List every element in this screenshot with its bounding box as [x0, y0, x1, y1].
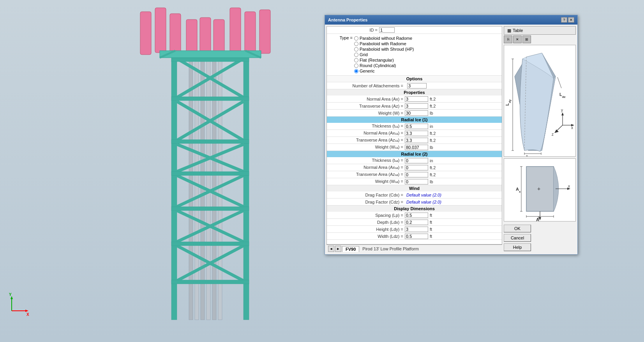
svg-rect-4: [245, 12, 256, 55]
id-input[interactable]: [379, 27, 395, 33]
svg-rect-2: [170, 14, 181, 56]
height-input[interactable]: [405, 227, 428, 232]
properties-header: Properties: [327, 89, 502, 96]
svg-text:Ldy: Ldy: [505, 99, 512, 106]
transverse-area-input[interactable]: [405, 103, 428, 109]
transverse-area-2-input[interactable]: [405, 172, 428, 177]
thickness-1-label: Thickness (t₁₁) =: [327, 123, 405, 129]
radial-ice-2-header: Radial Ice (2): [327, 151, 502, 157]
id-label: ID =: [328, 27, 379, 33]
transverse-area-unit: ft.2: [428, 103, 440, 109]
transverse-area-1-row: Transverse Area (Az₁₁) = ft.2: [327, 137, 502, 144]
radio-paraboloid-shroud[interactable]: Paraboloid with Shroud (HP): [354, 46, 414, 52]
transverse-area-row: Transverse Area (Az) = ft.2: [327, 103, 502, 110]
copy-btn[interactable]: ⎘: [504, 35, 512, 43]
svg-marker-42: [25, 310, 28, 312]
weight-1-label: Weight (W₁₁) =: [327, 144, 405, 150]
weight-input[interactable]: [405, 110, 428, 116]
grid-btn[interactable]: ⊞: [522, 35, 531, 43]
thickness-1-row: Thickness (t₁₁) = in: [327, 123, 502, 130]
drag-cdz-label: Drag Factor (Cdz) =: [327, 199, 405, 205]
thickness-2-input[interactable]: [405, 158, 428, 163]
height-row: Height (Ldy) = ft: [327, 226, 502, 233]
svg-rect-29: [171, 58, 249, 62]
svg-rect-34: [171, 242, 249, 246]
weight-2-input[interactable]: [405, 179, 428, 184]
radio-paraboloid-radome[interactable]: Paraboloid with Radome: [354, 41, 414, 46]
svg-rect-3: [230, 8, 241, 53]
weight-row: Weight (W) = lb: [327, 110, 502, 117]
normal-area-1-label: Normal Area (Ax₁₁) =: [327, 130, 405, 136]
antenna-properties-dialog: Antenna Properties ? ✕ ID = Type =: [325, 15, 578, 255]
coordinate-axis-bottom-left: Y X: [4, 291, 31, 319]
antenna-2d-diagram: Ax Az x z +: [504, 158, 576, 222]
radio-round[interactable]: Round (Cylindrical): [354, 63, 414, 68]
transverse-area-1-unit: ft.2: [428, 138, 440, 143]
drag-cdx-row: Drag Factor (Cdx) = Default value (2.0): [327, 191, 502, 198]
normal-area-2-row: Normal Area (Ax₁₂) = ft.2: [327, 164, 502, 171]
attachments-input[interactable]: [407, 83, 427, 89]
width-unit: ft: [428, 234, 440, 239]
nav-prev-btn[interactable]: ◄: [328, 246, 334, 252]
transverse-area-2-unit: ft.2: [428, 172, 440, 177]
radio-generic[interactable]: Generic: [354, 68, 414, 74]
radio-grid[interactable]: Grid: [354, 52, 414, 57]
dialog-content: ID = Type = Paraboloid without Radome Pa…: [325, 25, 577, 254]
normal-area-row: Normal Area (Ax) = ft.2: [327, 96, 502, 103]
weight-2-unit: lb: [428, 179, 440, 184]
cancel-button[interactable]: Cancel: [504, 234, 531, 242]
svg-rect-35: [171, 280, 249, 284]
depth-unit: ft: [428, 220, 440, 225]
transverse-area-1-label: Transverse Area (Az₁₁) =: [327, 137, 405, 143]
spacing-row: Spacing (Lp) = ft: [327, 212, 502, 219]
svg-text:z: z: [538, 216, 540, 220]
ok-button[interactable]: OK: [504, 225, 531, 232]
svg-rect-5: [259, 10, 270, 53]
form-panel: ID = Type = Paraboloid without Radome Pa…: [326, 26, 502, 245]
svg-rect-31: [171, 140, 249, 144]
dialog-help-btn[interactable]: ?: [561, 17, 567, 23]
height-unit: ft: [428, 227, 440, 232]
radio-flat[interactable]: Flat (Rectangular): [354, 57, 414, 63]
id-row: ID =: [327, 27, 502, 34]
drag-cdx-label: Drag Factor (Cdx) =: [327, 192, 405, 198]
radio-paraboloid-no-radome[interactable]: Paraboloid without Radome: [354, 35, 414, 41]
transverse-area-1-input[interactable]: [405, 138, 428, 143]
spacing-label: Spacing (Lp) =: [327, 213, 405, 218]
svg-text:Ldz: Ldz: [559, 92, 566, 99]
antenna-3d-svg: Ldy Ldz Ldx y: [505, 45, 575, 156]
tab-pirod[interactable]: Pirod 13' Low Profile Platform: [360, 246, 421, 252]
depth-row: Depth (Ldx) = ft: [327, 219, 502, 226]
normal-area-1-row: Normal Area (Ax₁₁) = ft.2: [327, 130, 502, 137]
table-button[interactable]: ▦ Table: [504, 26, 576, 35]
normal-area-1-input[interactable]: [405, 131, 428, 136]
svg-line-50: [558, 77, 561, 88]
tab-fv90[interactable]: FV90: [342, 246, 359, 252]
depth-input[interactable]: [405, 220, 428, 225]
display-dims-header: Display Dimensions: [327, 206, 502, 212]
weight-1-unit: lb: [428, 145, 440, 150]
normal-area-unit: ft.2: [428, 96, 440, 102]
normal-area-2-label: Normal Area (Ax₁₂) =: [327, 165, 405, 170]
delete-btn[interactable]: ✕: [513, 35, 522, 43]
help-button[interactable]: Help: [504, 243, 531, 251]
width-input[interactable]: [405, 234, 428, 239]
svg-rect-33: [171, 207, 249, 211]
weight-1-input[interactable]: [405, 145, 428, 150]
drag-cdz-value: Default value (2.0): [405, 199, 502, 205]
normal-area-input[interactable]: [405, 96, 428, 102]
thickness-1-input[interactable]: [405, 124, 428, 129]
normal-area-1-unit: ft.2: [428, 131, 440, 136]
thickness-1-unit: in: [428, 124, 440, 129]
tower-3d-model: [129, 0, 292, 328]
nav-next-btn[interactable]: ►: [335, 246, 341, 252]
dialog-close-btn[interactable]: ✕: [568, 17, 574, 23]
normal-area-2-input[interactable]: [405, 165, 428, 170]
normal-area-2-unit: ft.2: [428, 165, 440, 170]
spacing-input[interactable]: [405, 213, 428, 218]
dialog-controls: ? ✕: [561, 17, 574, 23]
svg-rect-1: [155, 8, 166, 53]
thickness-2-label: Thickness (t₁₂) =: [327, 158, 405, 163]
nav-bar: ◄ ► FV90 Pirod 13' Low Profile Platform: [326, 245, 502, 253]
table-icon: ▦: [507, 28, 511, 33]
